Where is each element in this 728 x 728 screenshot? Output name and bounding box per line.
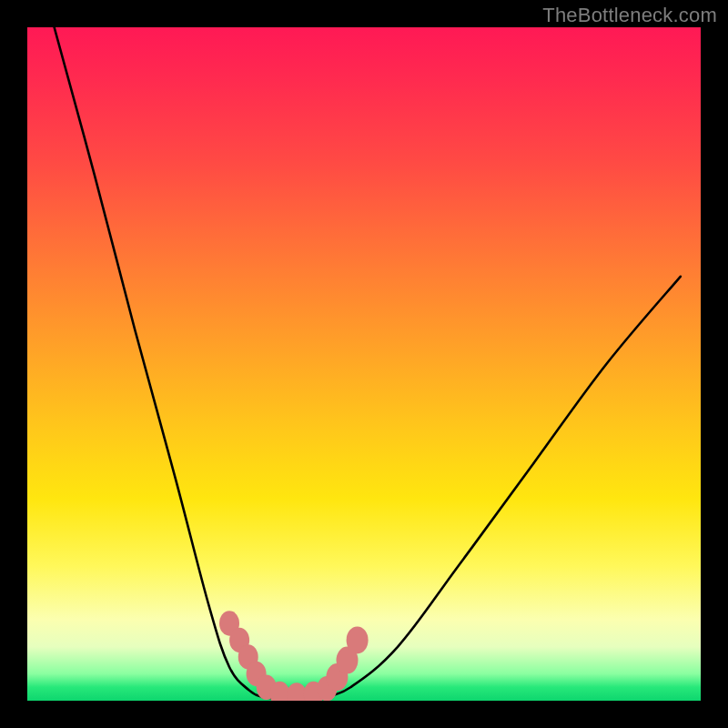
curve-group bbox=[55, 27, 681, 699]
plot-area bbox=[27, 27, 701, 701]
left-curve bbox=[55, 27, 263, 697]
bead-marker bbox=[270, 682, 290, 701]
valley-floor bbox=[263, 697, 324, 699]
right-curve bbox=[324, 277, 681, 698]
bead-marker bbox=[238, 644, 258, 670]
curve-svg bbox=[27, 27, 701, 701]
watermark-text: TheBottleneck.com bbox=[542, 4, 717, 27]
bead-marker bbox=[317, 676, 337, 701]
bead-marker bbox=[326, 663, 348, 691]
bead-marker bbox=[347, 626, 369, 653]
bead-marker bbox=[304, 682, 324, 701]
bead-marker bbox=[229, 628, 249, 653]
bead-marker bbox=[219, 611, 239, 636]
bead-marker bbox=[257, 674, 277, 700]
bead-markers bbox=[219, 611, 369, 701]
bead-marker bbox=[337, 647, 359, 674]
chart-frame: TheBottleneck.com bbox=[0, 0, 728, 728]
bead-marker bbox=[247, 662, 267, 687]
bead-marker bbox=[287, 682, 307, 701]
